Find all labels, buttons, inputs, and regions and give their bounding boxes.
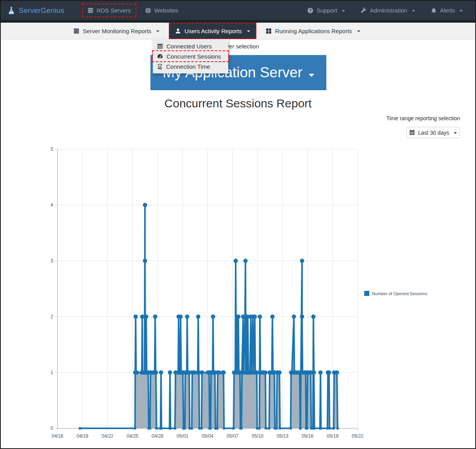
nav-rds-servers[interactable]: RDS Servers	[82, 4, 136, 17]
menu-item-connection-time[interactable]: Connection Time	[153, 61, 228, 71]
chevron-down-icon	[454, 132, 457, 134]
chart-canvas: 01234504/1604/1904/2204/2504/2805/0105/0…	[40, 141, 372, 446]
svg-text:04/16: 04/16	[52, 433, 63, 439]
hourglass-icon	[157, 64, 163, 69]
user-icon	[175, 28, 181, 34]
brand[interactable]: ServerGenius	[7, 6, 64, 15]
time-range-button[interactable]: Last 30 days	[406, 127, 460, 138]
svg-text:05/19: 05/19	[327, 433, 338, 439]
svg-text:2: 2	[50, 314, 53, 319]
menu-item-concurrent-sessions[interactable]: Concurrent Sessions	[153, 51, 228, 61]
calendar-icon	[409, 130, 415, 135]
time-range-button-label: Last 30 days	[418, 130, 449, 136]
nav-running-applications-reports[interactable]: Running Applications Reports	[259, 23, 367, 39]
table-icon	[157, 43, 163, 49]
page: ServerGenius RDS Servers Websites ? Supp…	[0, 0, 476, 449]
svg-text:0: 0	[50, 426, 53, 431]
svg-text:05/10: 05/10	[252, 433, 263, 439]
chevron-down-icon	[247, 30, 250, 32]
nav-websites-label: Websites	[154, 7, 178, 14]
reports-navbar: Server Monitoring Reports Users Activity…	[1, 23, 475, 39]
page-title: Concurrent Sessions Report	[1, 97, 475, 110]
nav-administration-label: Administration	[370, 7, 407, 14]
chevron-down-icon	[412, 10, 415, 12]
svg-text:?: ?	[309, 8, 311, 12]
chevron-down-icon	[342, 10, 345, 12]
top-navbar: ServerGenius RDS Servers Websites ? Supp…	[1, 1, 475, 20]
svg-text:04/28: 04/28	[152, 433, 163, 439]
menu-connected-users-label: Connected Users	[166, 43, 212, 50]
chevron-down-icon	[460, 10, 463, 12]
flask-icon	[7, 6, 16, 15]
svg-text:05/01: 05/01	[177, 433, 188, 439]
chevron-down-icon	[357, 30, 360, 32]
menu-item-connected-users[interactable]: Connected Users	[153, 41, 228, 51]
nav-support[interactable]: ? Support	[307, 7, 345, 14]
gauge-icon	[157, 53, 163, 59]
navbar-right: ? Support Administration Alerts	[307, 7, 469, 14]
svg-text:1: 1	[50, 370, 53, 375]
legend-swatch	[364, 291, 369, 296]
nav-administration[interactable]: Administration	[361, 7, 415, 14]
globe-icon	[145, 7, 151, 14]
navbar-bottom-strip	[1, 20, 475, 23]
menu-connection-time-label: Connection Time	[166, 63, 210, 70]
svg-text:05/13: 05/13	[277, 433, 288, 439]
svg-text:3: 3	[50, 258, 53, 264]
svg-text:04/22: 04/22	[102, 433, 113, 439]
question-circle-icon: ?	[307, 7, 313, 14]
svg-text:5: 5	[50, 146, 53, 152]
nav-users-activity-label: Users Activity Reports	[184, 28, 242, 34]
wrench-icon	[361, 7, 367, 14]
nav-support-label: Support	[317, 7, 337, 14]
nav-running-applications-label: Running Applications Reports	[275, 28, 352, 34]
servers-icon	[88, 7, 93, 13]
nav-alerts-label: Alerts	[440, 7, 455, 14]
svg-text:04/19: 04/19	[77, 433, 88, 439]
svg-text:05/04: 05/04	[202, 433, 213, 439]
time-range-label: Time range reporting selection	[386, 115, 460, 121]
nav-rds-servers-label: RDS Servers	[97, 7, 131, 14]
chart-legend: Number of Opened Sessions	[364, 291, 427, 296]
nav-server-monitoring-label: Server Monitoring Reports	[83, 28, 151, 34]
server-selection-label: Server selection	[1, 43, 475, 50]
chevron-down-icon	[156, 30, 159, 32]
chevron-down-icon	[309, 74, 314, 77]
nav-server-monitoring-reports[interactable]: Server Monitoring Reports	[67, 23, 166, 39]
concurrent-sessions-chart: 01234504/1604/1904/2204/2504/2805/0105/0…	[40, 141, 372, 446]
brand-label: ServerGenius	[19, 6, 64, 15]
svg-text:4: 4	[50, 202, 53, 208]
legend-series-label: Number of Opened Sessions	[372, 291, 427, 296]
nav-alerts[interactable]: Alerts	[431, 7, 463, 14]
bell-icon	[431, 7, 437, 14]
nav-users-activity-reports[interactable]: Users Activity Reports	[169, 23, 256, 39]
svg-text:05/07: 05/07	[227, 433, 238, 439]
grid-icon	[266, 28, 272, 34]
nav-websites[interactable]: Websites	[145, 7, 178, 14]
svg-text:05/16: 05/16	[302, 433, 313, 439]
svg-text:05/22: 05/22	[352, 433, 363, 439]
list-icon	[73, 28, 79, 34]
users-activity-dropdown: Connected Users Concurrent Sessions Conn…	[153, 39, 228, 73]
menu-concurrent-sessions-label: Concurrent Sessions	[166, 53, 221, 60]
svg-text:04/25: 04/25	[127, 433, 138, 439]
